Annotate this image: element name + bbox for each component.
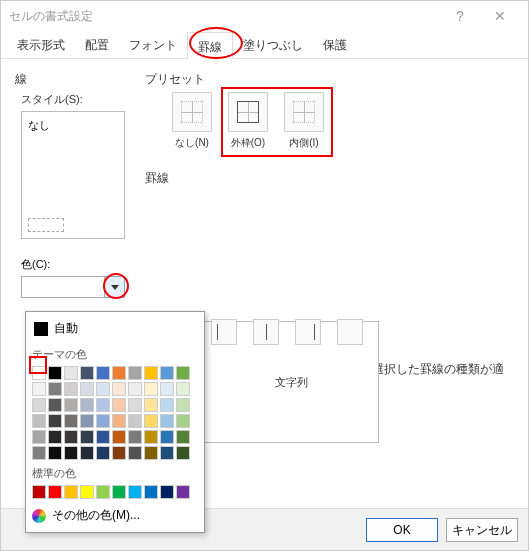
color-auto-row[interactable]: 自動 bbox=[32, 316, 198, 341]
color-swatch[interactable] bbox=[160, 382, 174, 396]
color-swatch[interactable] bbox=[80, 485, 94, 499]
color-swatch[interactable] bbox=[32, 366, 46, 380]
color-swatch[interactable] bbox=[96, 430, 110, 444]
style-label: スタイル(S): bbox=[21, 92, 135, 107]
color-swatch[interactable] bbox=[32, 414, 46, 428]
color-swatch[interactable] bbox=[48, 485, 62, 499]
close-icon[interactable]: ✕ bbox=[480, 8, 520, 24]
color-swatch[interactable] bbox=[112, 382, 126, 396]
color-swatch[interactable] bbox=[48, 398, 62, 412]
color-dropdown[interactable] bbox=[21, 276, 135, 298]
color-swatch[interactable] bbox=[144, 414, 158, 428]
color-swatch[interactable] bbox=[80, 414, 94, 428]
color-swatch[interactable] bbox=[176, 398, 190, 412]
help-icon[interactable]: ? bbox=[440, 8, 480, 24]
preset-outside[interactable]: 外枠(O) bbox=[225, 92, 271, 162]
color-swatch[interactable] bbox=[80, 382, 94, 396]
ok-button[interactable]: OK bbox=[366, 518, 438, 542]
color-dropdown-button[interactable] bbox=[105, 276, 125, 298]
color-swatch[interactable] bbox=[128, 398, 142, 412]
color-swatch[interactable] bbox=[32, 446, 46, 460]
color-swatch[interactable] bbox=[112, 430, 126, 444]
color-swatch[interactable] bbox=[96, 398, 110, 412]
color-swatch[interactable] bbox=[48, 382, 62, 396]
color-swatch[interactable] bbox=[80, 398, 94, 412]
color-swatch[interactable] bbox=[176, 430, 190, 444]
color-dropdown-value[interactable] bbox=[21, 276, 105, 298]
color-swatch[interactable] bbox=[176, 446, 190, 460]
color-swatch[interactable] bbox=[64, 430, 78, 444]
color-swatch[interactable] bbox=[32, 382, 46, 396]
color-swatch[interactable] bbox=[128, 366, 142, 380]
color-swatch[interactable] bbox=[112, 366, 126, 380]
color-swatch[interactable] bbox=[64, 414, 78, 428]
color-swatch[interactable] bbox=[128, 446, 142, 460]
format-cells-dialog: セルの書式設定 ? ✕ 表示形式 配置 フォント 罫線 塗りつぶし 保護 線 ス… bbox=[0, 0, 529, 551]
standard-colors-label: 標準の色 bbox=[32, 466, 198, 481]
color-swatch[interactable] bbox=[96, 485, 110, 499]
color-swatch[interactable] bbox=[80, 366, 94, 380]
tab-protection[interactable]: 保護 bbox=[313, 31, 357, 58]
color-swatch[interactable] bbox=[176, 366, 190, 380]
border-right-button[interactable] bbox=[295, 319, 321, 345]
color-swatch[interactable] bbox=[160, 446, 174, 460]
color-swatch[interactable] bbox=[80, 446, 94, 460]
tab-alignment[interactable]: 配置 bbox=[75, 31, 119, 58]
color-swatch[interactable] bbox=[32, 430, 46, 444]
color-swatch[interactable] bbox=[96, 366, 110, 380]
preset-outside-label: 外枠(O) bbox=[225, 136, 271, 150]
color-swatch[interactable] bbox=[96, 446, 110, 460]
color-swatch[interactable] bbox=[160, 485, 174, 499]
color-swatch[interactable] bbox=[160, 366, 174, 380]
more-colors-row[interactable]: その他の色(M)... bbox=[32, 507, 198, 524]
color-swatch[interactable] bbox=[64, 446, 78, 460]
color-swatch[interactable] bbox=[48, 414, 62, 428]
color-swatch[interactable] bbox=[128, 485, 142, 499]
color-swatch[interactable] bbox=[64, 485, 78, 499]
tab-border[interactable]: 罫線 bbox=[187, 32, 233, 59]
color-swatch[interactable] bbox=[176, 382, 190, 396]
preset-inside[interactable]: 内側(I) bbox=[281, 92, 327, 162]
color-swatch[interactable] bbox=[48, 366, 62, 380]
line-style-sample[interactable] bbox=[28, 218, 64, 232]
color-swatch[interactable] bbox=[64, 398, 78, 412]
tab-font[interactable]: フォント bbox=[119, 31, 187, 58]
color-swatch[interactable] bbox=[48, 430, 62, 444]
color-swatch[interactable] bbox=[176, 485, 190, 499]
cancel-button[interactable]: キャンセル bbox=[446, 518, 518, 542]
color-swatch[interactable] bbox=[144, 430, 158, 444]
color-swatch[interactable] bbox=[112, 398, 126, 412]
color-swatch[interactable] bbox=[112, 446, 126, 460]
line-style-none[interactable]: なし bbox=[28, 118, 50, 133]
border-middle-v-button[interactable] bbox=[253, 319, 279, 345]
tab-fill[interactable]: 塗りつぶし bbox=[233, 31, 313, 58]
color-swatch[interactable] bbox=[144, 398, 158, 412]
color-swatch[interactable] bbox=[144, 446, 158, 460]
color-swatch[interactable] bbox=[160, 414, 174, 428]
color-swatch[interactable] bbox=[176, 414, 190, 428]
color-swatch[interactable] bbox=[32, 398, 46, 412]
color-swatch[interactable] bbox=[144, 382, 158, 396]
color-swatch[interactable] bbox=[112, 414, 126, 428]
border-left-button[interactable] bbox=[211, 319, 237, 345]
color-swatch[interactable] bbox=[48, 446, 62, 460]
color-swatch[interactable] bbox=[160, 398, 174, 412]
more-colors-label: その他の色(M)... bbox=[52, 507, 140, 524]
color-swatch[interactable] bbox=[128, 430, 142, 444]
color-swatch[interactable] bbox=[64, 366, 78, 380]
color-swatch[interactable] bbox=[112, 485, 126, 499]
color-swatch[interactable] bbox=[96, 414, 110, 428]
preset-none[interactable]: なし(N) bbox=[169, 92, 215, 162]
color-swatch[interactable] bbox=[144, 485, 158, 499]
tab-number-format[interactable]: 表示形式 bbox=[7, 31, 75, 58]
border-diag-up-button[interactable] bbox=[337, 319, 363, 345]
color-swatch[interactable] bbox=[144, 366, 158, 380]
color-swatch[interactable] bbox=[32, 485, 46, 499]
color-swatch[interactable] bbox=[128, 414, 142, 428]
color-swatch[interactable] bbox=[160, 430, 174, 444]
color-swatch[interactable] bbox=[96, 382, 110, 396]
color-swatch[interactable] bbox=[64, 382, 78, 396]
line-style-list[interactable]: なし bbox=[21, 111, 125, 239]
color-swatch[interactable] bbox=[80, 430, 94, 444]
color-swatch[interactable] bbox=[128, 382, 142, 396]
